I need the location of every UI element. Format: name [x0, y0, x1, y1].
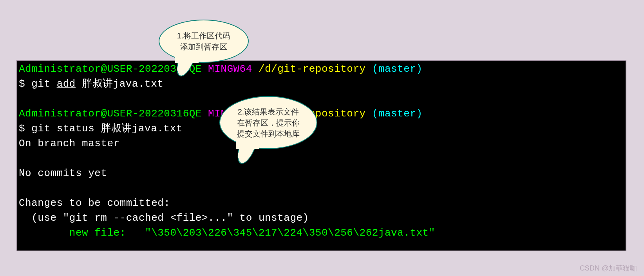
- command-line-2: $ git status 胖叔讲java.txt: [19, 121, 624, 136]
- bubble-2-line-2: 在暂存区，提示你: [237, 118, 300, 127]
- bubble-2-text: 2.该结果表示文件 在暂存区，提示你 提交文件到本地库: [237, 106, 300, 139]
- callout-2: 2.该结果表示文件 在暂存区，提示你 提交文件到本地库: [219, 96, 317, 149]
- output-changes: Changes to be committed:: [19, 196, 624, 211]
- user-host: Administrator@USER-20220316QE: [19, 108, 202, 120]
- shell-name: MINGW64: [202, 63, 252, 75]
- output-no-commits: No commits yet: [19, 166, 624, 181]
- watermark: CSDN @加菲猫咖: [580, 263, 637, 273]
- new-file-entry: new file: "\350\203\226\345\217\224\350\…: [69, 227, 435, 239]
- indent: [19, 227, 69, 239]
- output-branch: On branch master: [19, 136, 624, 151]
- blank-line: [19, 91, 624, 106]
- speech-bubble-2: 2.该结果表示文件 在暂存区，提示你 提交文件到本地库: [219, 96, 317, 149]
- callout-1: 1.将工作区代码 添加到暂存区: [159, 20, 249, 63]
- git-status-cmd: git status 胖叔讲java.txt: [31, 123, 182, 134]
- blank-line: [19, 181, 624, 196]
- command-line-1: $ git add 胖叔讲java.txt: [19, 76, 624, 91]
- blank-line: [19, 151, 624, 166]
- terminal-window[interactable]: Administrator@USER-20220316QE MINGW64 /d…: [16, 60, 626, 251]
- branch: (master): [366, 63, 423, 75]
- bubble-1-text: 1.将工作区代码 添加到暂存区: [177, 30, 231, 52]
- path: /d/git-repository: [252, 63, 366, 75]
- bubble-1-line-2: 添加到暂存区: [180, 42, 227, 51]
- git-cmd: git: [31, 78, 56, 90]
- speech-bubble-1: 1.将工作区代码 添加到暂存区: [159, 20, 249, 63]
- branch: (master): [366, 108, 423, 120]
- bubble-2-line-1: 2.该结果表示文件: [238, 107, 299, 116]
- bubble-2-line-3: 提交文件到本地库: [237, 129, 300, 138]
- prompt-line-1: Administrator@USER-20220316QE MINGW64 /d…: [19, 62, 624, 76]
- git-args: 胖叔讲java.txt: [76, 78, 163, 90]
- user-host: Administrator@USER-20220316QE: [19, 63, 202, 75]
- prompt-line-2: Administrator@USER-20220316QE MINGW64 /d…: [19, 106, 624, 121]
- bubble-1-line-1: 1.将工作区代码: [177, 31, 231, 40]
- git-subcmd: add: [57, 78, 76, 90]
- output-hint: (use "git rm --cached <file>..." to unst…: [19, 211, 624, 225]
- output-new-file: new file: "\350\203\226\345\217\224\350\…: [19, 225, 624, 240]
- prompt-dollar: $: [19, 123, 31, 134]
- prompt-dollar: $: [19, 78, 31, 90]
